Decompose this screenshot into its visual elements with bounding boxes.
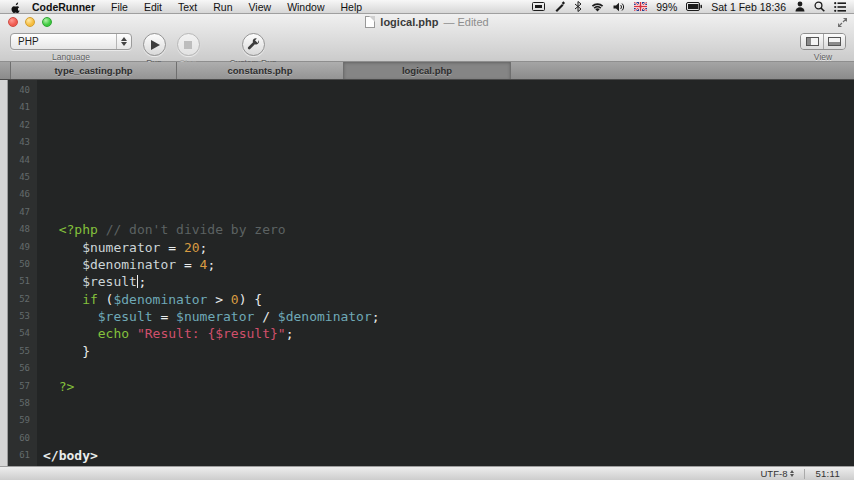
code-area[interactable]: <?php // don't divide by zero $numerator… [37, 80, 854, 466]
menu-text[interactable]: Text [178, 1, 197, 13]
stop-icon [184, 41, 192, 49]
line-number: 58 [8, 395, 37, 412]
line-number: 41 [8, 99, 37, 116]
code-line-44[interactable] [43, 152, 854, 169]
code-line-55[interactable]: } [43, 343, 854, 360]
close-button[interactable] [8, 17, 18, 27]
code-line-47[interactable] [43, 204, 854, 221]
encoding-select[interactable]: UTF-8 [761, 468, 795, 479]
language-select[interactable]: PHP [10, 33, 132, 50]
stop-button[interactable] [177, 33, 200, 56]
code-line-60[interactable] [43, 430, 854, 447]
code-line-46[interactable] [43, 186, 854, 203]
menu-run[interactable]: Run [213, 1, 232, 13]
document-icon[interactable] [365, 16, 375, 28]
view-segmented-control [800, 33, 846, 50]
code-line-53[interactable]: $result = $numerator / $denominator; [43, 308, 854, 325]
language-label: Language [52, 52, 90, 62]
code-line-52[interactable]: if ($denominator > 0) { [43, 291, 854, 308]
line-number: 51 [8, 273, 37, 290]
menu-help[interactable]: Help [340, 1, 362, 13]
apple-menu-icon[interactable] [8, 1, 24, 13]
code-editor: 4041424344454647484950515253545556575859… [0, 80, 854, 466]
notification-center-icon[interactable] [834, 2, 846, 12]
line-number: 42 [8, 117, 37, 134]
code-line-54[interactable]: echo "Result: {$result}"; [43, 325, 854, 342]
code-line-56[interactable] [43, 360, 854, 377]
line-number: 59 [8, 412, 37, 429]
code-line-49[interactable]: $numerator = 20; [43, 239, 854, 256]
line-number: 48 [8, 221, 37, 238]
line-number: 56 [8, 360, 37, 377]
run-button[interactable] [143, 33, 166, 56]
window-title-edited: — Edited [443, 16, 488, 28]
view-bottom-pane-button[interactable] [823, 34, 845, 49]
code-line-61[interactable]: </body> [43, 447, 854, 464]
tab-constants.php[interactable]: constants.php [177, 62, 344, 79]
menu-bar: CodeRunnerFileEditTextRunViewWindowHelp … [0, 0, 854, 14]
title-bar[interactable]: logical.php — Edited [0, 14, 854, 30]
user-icon[interactable] [795, 1, 805, 12]
menu-edit[interactable]: Edit [144, 1, 162, 13]
code-line-50[interactable]: $denominator = 4; [43, 256, 854, 273]
code-line-57[interactable]: ?> [43, 378, 854, 395]
display-icon[interactable] [532, 2, 545, 12]
bottom-pane-icon [828, 37, 841, 46]
line-number: 57 [8, 378, 37, 395]
traffic-lights [8, 17, 52, 27]
battery-icon[interactable] [686, 2, 702, 11]
menu-status-area: 99% Sat 1 Feb 18:36 [532, 1, 846, 13]
status-divider [804, 469, 805, 479]
line-number: 50 [8, 256, 37, 273]
tab-bar: type_casting.phpconstants.phplogical.php [0, 62, 854, 80]
zoom-button[interactable] [42, 17, 52, 27]
view-left-pane-button[interactable] [801, 34, 823, 49]
encoding-value: UTF-8 [761, 468, 788, 479]
line-number: 44 [8, 152, 37, 169]
code-line-48[interactable]: <?php // don't divide by zero [43, 221, 854, 238]
wifi-icon[interactable] [591, 2, 604, 12]
code-line-58[interactable] [43, 395, 854, 412]
volume-icon[interactable] [613, 2, 625, 12]
window-chrome: logical.php — Edited PHP Language Run [0, 14, 854, 62]
line-number: 45 [8, 169, 37, 186]
toolbar: PHP Language Run Stop Custom Run [0, 30, 854, 61]
line-number: 61 [8, 447, 37, 464]
fullscreen-icon[interactable] [838, 18, 847, 27]
line-number: 52 [8, 291, 37, 308]
bluetooth-icon[interactable] [574, 1, 582, 12]
code-line-43[interactable] [43, 134, 854, 151]
editor-left-strip [0, 80, 8, 466]
line-number: 53 [8, 308, 37, 325]
menu-file[interactable]: File [111, 1, 128, 13]
line-number: 55 [8, 343, 37, 360]
minimize-button[interactable] [25, 17, 35, 27]
spotlight-icon[interactable] [814, 1, 825, 12]
play-icon [151, 40, 160, 50]
pen-icon[interactable] [554, 1, 565, 12]
menu-coderunner[interactable]: CodeRunner [32, 1, 95, 13]
line-number: 60 [8, 430, 37, 447]
custom-run-button[interactable] [242, 33, 265, 56]
menu-clock[interactable]: Sat 1 Feb 18:36 [711, 1, 786, 13]
menu-view[interactable]: View [249, 1, 272, 13]
code-line-42[interactable] [43, 117, 854, 134]
tab-type_casting.php[interactable]: type_casting.php [10, 62, 177, 79]
code-line-51[interactable]: $result; [43, 273, 854, 290]
menu-window[interactable]: Window [287, 1, 324, 13]
line-number-gutter: 4041424344454647484950515253545556575859… [8, 80, 37, 466]
line-number: 40 [8, 82, 37, 99]
battery-percent: 99% [656, 1, 677, 13]
wrench-icon [247, 38, 260, 51]
view-group: View [800, 33, 846, 62]
code-line-59[interactable] [43, 412, 854, 429]
line-number: 49 [8, 239, 37, 256]
left-pane-icon [806, 37, 819, 46]
code-line-45[interactable] [43, 169, 854, 186]
code-line-40[interactable] [43, 82, 854, 99]
window-title-filename: logical.php [380, 16, 438, 28]
tab-logical.php[interactable]: logical.php [344, 62, 511, 79]
code-line-41[interactable] [43, 99, 854, 116]
menu-items: CodeRunnerFileEditTextRunViewWindowHelp [32, 1, 362, 13]
uk-flag-icon[interactable] [634, 2, 647, 11]
